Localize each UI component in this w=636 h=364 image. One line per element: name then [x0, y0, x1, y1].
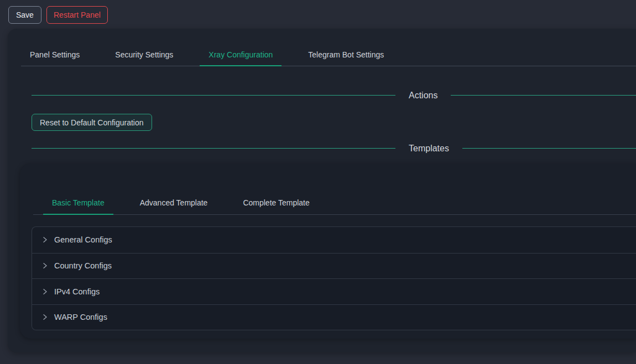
reset-to-default-button[interactable]: Reset to Default Configuration	[32, 114, 152, 131]
tab-telegram-bot-settings[interactable]: Telegram Bot Settings	[299, 43, 393, 66]
templates-card: Basic Template Advanced Template Complet…	[20, 163, 636, 339]
chevron-right-icon	[41, 262, 48, 269]
accordion-label: General Configs	[54, 235, 112, 244]
tab-panel-settings[interactable]: Panel Settings	[21, 43, 88, 66]
chevron-right-icon	[41, 314, 48, 320]
chevron-right-icon	[41, 288, 48, 295]
accordion-label: Country Configs	[54, 261, 112, 270]
tab-xray-configuration[interactable]: Xray Configuration	[200, 43, 281, 66]
xray-configuration-page: { "topbar": { "save_label": "Save", "res…	[0, 0, 636, 364]
templates-divider-title: Templates	[395, 144, 462, 154]
accordion-warp-configs[interactable]: WARP Configs	[32, 304, 636, 330]
tab-advanced-template[interactable]: Advanced Template	[131, 191, 217, 214]
divider-line	[32, 95, 395, 96]
accordion-ipv4-configs[interactable]: IPv4 Configs	[32, 278, 636, 304]
divider-line	[32, 148, 395, 149]
divider-line	[462, 148, 636, 149]
actions-divider-title: Actions	[395, 91, 451, 101]
save-button[interactable]: Save	[8, 6, 41, 24]
tab-security-settings[interactable]: Security Settings	[106, 43, 182, 66]
templates-divider: Templates	[32, 141, 636, 155]
accordion-label: IPv4 Configs	[54, 287, 100, 296]
accordion-country-configs[interactable]: Country Configs	[32, 253, 636, 279]
configs-accordion: General Configs Country Configs IPv4 Con…	[32, 226, 636, 330]
chevron-right-icon	[41, 236, 48, 243]
actions-divider: Actions	[32, 88, 636, 102]
settings-tab-bar: Panel Settings Security Settings Xray Co…	[21, 43, 636, 66]
settings-card: Panel Settings Security Settings Xray Co…	[8, 29, 636, 352]
restart-panel-button[interactable]: Restart Panel	[46, 6, 108, 24]
template-tab-bar: Basic Template Advanced Template Complet…	[33, 191, 636, 215]
accordion-label: WARP Configs	[54, 313, 107, 321]
tab-basic-template[interactable]: Basic Template	[43, 191, 113, 214]
divider-line	[451, 95, 636, 96]
accordion-general-configs[interactable]: General Configs	[32, 227, 636, 253]
tab-complete-template[interactable]: Complete Template	[234, 191, 318, 214]
